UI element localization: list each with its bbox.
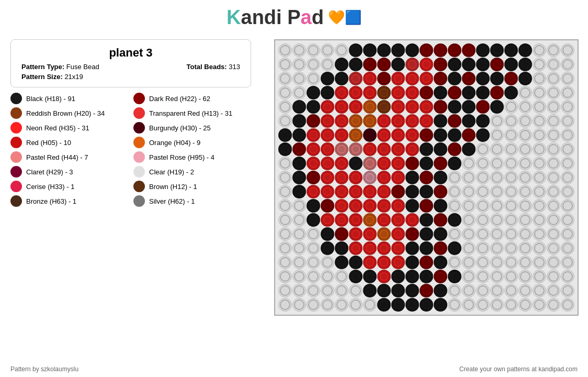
bead bbox=[547, 157, 560, 170]
bead bbox=[349, 58, 363, 71]
bead bbox=[476, 241, 490, 255]
bead bbox=[377, 58, 391, 71]
bead bbox=[561, 58, 574, 71]
bead bbox=[307, 128, 320, 142]
bead bbox=[363, 270, 377, 283]
bead bbox=[476, 157, 490, 170]
bead bbox=[547, 128, 560, 142]
bead bbox=[462, 213, 476, 227]
color-label: Pastel Rose (H95) - 4 bbox=[149, 153, 214, 161]
bead bbox=[420, 270, 433, 283]
bead bbox=[490, 199, 504, 213]
bead bbox=[349, 241, 363, 255]
bead bbox=[363, 100, 377, 114]
legend-item: Dark Red (H22) - 62 bbox=[133, 93, 246, 104]
bead bbox=[349, 100, 363, 114]
color-label: Cerise (H33) - 1 bbox=[26, 183, 74, 191]
bead bbox=[490, 72, 504, 85]
bead bbox=[335, 157, 348, 170]
bead bbox=[363, 128, 377, 142]
bead bbox=[321, 43, 334, 57]
bead bbox=[504, 128, 518, 142]
bead bbox=[278, 270, 292, 283]
bead bbox=[476, 58, 490, 71]
bead bbox=[391, 128, 405, 142]
legend-item: Cerise (H33) - 1 bbox=[10, 181, 123, 192]
bead bbox=[335, 185, 348, 198]
bead bbox=[278, 157, 292, 170]
bead bbox=[377, 128, 391, 142]
bead bbox=[504, 199, 518, 213]
bead bbox=[420, 213, 433, 227]
bead bbox=[462, 227, 476, 241]
bead bbox=[476, 185, 490, 198]
bead bbox=[391, 241, 405, 255]
bead bbox=[292, 114, 306, 128]
bead bbox=[434, 199, 447, 213]
bead bbox=[278, 199, 292, 213]
bead bbox=[561, 256, 574, 269]
bead bbox=[335, 86, 348, 99]
bead bbox=[448, 185, 461, 198]
bead bbox=[434, 256, 447, 269]
bead bbox=[335, 72, 348, 85]
color-swatch bbox=[133, 151, 145, 163]
bead bbox=[363, 284, 377, 297]
bead bbox=[420, 86, 433, 99]
bead bbox=[349, 128, 363, 142]
bead bbox=[349, 114, 363, 128]
bead bbox=[533, 114, 546, 128]
bead bbox=[434, 298, 447, 312]
bead bbox=[292, 86, 306, 99]
bead bbox=[278, 100, 292, 114]
legend-item: Black (H18) - 91 bbox=[10, 93, 123, 104]
bead bbox=[448, 256, 461, 269]
bead bbox=[490, 213, 504, 227]
bead bbox=[476, 213, 490, 227]
color-swatch bbox=[10, 195, 22, 207]
bead bbox=[292, 58, 306, 71]
bead bbox=[462, 72, 476, 85]
bead bbox=[405, 86, 419, 99]
legend-item: Red (H05) - 10 bbox=[10, 137, 123, 148]
bead bbox=[321, 227, 334, 241]
bead bbox=[490, 298, 504, 312]
bead bbox=[278, 43, 292, 57]
bead bbox=[462, 128, 476, 142]
bead bbox=[476, 100, 490, 114]
bead bbox=[518, 128, 532, 142]
bead bbox=[363, 171, 377, 184]
bead bbox=[533, 298, 546, 312]
bead bbox=[533, 142, 546, 156]
bead bbox=[321, 213, 334, 227]
bead bbox=[420, 72, 433, 85]
color-legend: Black (H18) - 91Dark Red (H22) - 62Reddi… bbox=[10, 93, 246, 207]
bead bbox=[363, 298, 377, 312]
bead bbox=[349, 256, 363, 269]
bead bbox=[561, 241, 574, 255]
bead bbox=[547, 185, 560, 198]
bead bbox=[504, 114, 518, 128]
bead bbox=[504, 284, 518, 297]
color-label: Black (H18) - 91 bbox=[26, 95, 75, 103]
bead bbox=[490, 142, 504, 156]
bead bbox=[335, 114, 348, 128]
bead bbox=[292, 157, 306, 170]
bead bbox=[321, 171, 334, 184]
bead bbox=[349, 227, 363, 241]
bead bbox=[462, 43, 476, 57]
bead bbox=[518, 72, 532, 85]
bead bbox=[292, 256, 306, 269]
bead bbox=[349, 72, 363, 85]
bead bbox=[448, 86, 461, 99]
bead bbox=[420, 142, 433, 156]
bead bbox=[292, 298, 306, 312]
color-swatch bbox=[10, 122, 22, 134]
bead bbox=[335, 199, 348, 213]
bead bbox=[405, 256, 419, 269]
bead bbox=[292, 43, 306, 57]
bead bbox=[462, 142, 476, 156]
bead bbox=[420, 43, 433, 57]
bead bbox=[391, 114, 405, 128]
bead bbox=[377, 100, 391, 114]
